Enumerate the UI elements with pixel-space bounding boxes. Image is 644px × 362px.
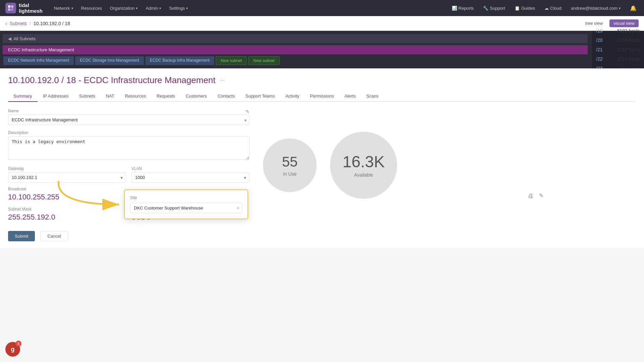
nav-cloud[interactable]: ☁ Cloud bbox=[542, 4, 564, 12]
sidebar-prefix-19: /19 bbox=[596, 28, 602, 34]
breadcrumb-parent[interactable]: Subnets bbox=[10, 21, 27, 26]
action-icons: 🖨 ✎ bbox=[528, 192, 543, 199]
nav-resources[interactable]: Resources bbox=[78, 4, 105, 13]
breadcrumb-separator: / bbox=[30, 21, 31, 26]
tab-ip-addresses[interactable]: IP Addresses bbox=[38, 91, 74, 102]
tree-view-btn[interactable]: tree view bbox=[581, 19, 607, 27]
sidebar-item-21[interactable]: /21 2048 hosts bbox=[592, 46, 644, 54]
name-input[interactable] bbox=[8, 115, 250, 125]
tree-row-all: ◀ All Subnets bbox=[0, 33, 590, 45]
gateway-select[interactable]: 10.100.192.1 bbox=[8, 172, 126, 183]
tab-summary[interactable]: Summary bbox=[8, 91, 38, 102]
tree-row-highlighted: ECDC Infrastructure Management bbox=[0, 45, 590, 55]
stat-available-label: Available bbox=[354, 172, 373, 178]
stat-in-use-number: 55 bbox=[282, 154, 298, 170]
svg-rect-3 bbox=[11, 8, 13, 11]
subnet-all-subnets[interactable]: ◀ All Subnets bbox=[3, 34, 588, 43]
nav-items: Network ▾ Resources Organization ▾ Admin… bbox=[51, 4, 442, 13]
name-edit-icon[interactable]: ✎ bbox=[246, 109, 250, 114]
stat-available: 16.3K Available bbox=[330, 132, 397, 199]
nav-admin[interactable]: Admin ▾ bbox=[142, 4, 164, 13]
sidebar-prefix-21: /21 bbox=[596, 47, 602, 52]
site-popup: Site × bbox=[124, 189, 248, 219]
description-textarea[interactable]: This is a legacy environment bbox=[8, 136, 250, 160]
svg-rect-1 bbox=[11, 5, 13, 8]
cancel-button[interactable]: Cancel bbox=[40, 231, 68, 241]
nav-organization[interactable]: Organization ▾ bbox=[107, 4, 141, 13]
logo-text: tidallightmesh bbox=[19, 2, 43, 14]
nav-bell[interactable]: 🔔 bbox=[628, 4, 639, 13]
site-popup-label: Site bbox=[130, 195, 242, 200]
tab-activity[interactable]: Activity bbox=[280, 91, 305, 102]
tab-alerts[interactable]: Alerts bbox=[339, 91, 361, 102]
summary-right: 55 In Use 16.3K Available bbox=[263, 109, 397, 222]
tab-subnets[interactable]: Subnets bbox=[74, 91, 101, 102]
tab-requests[interactable]: Requests bbox=[151, 91, 180, 102]
back-arrow[interactable]: ‹ bbox=[5, 21, 7, 26]
tab-scans[interactable]: Scans bbox=[361, 91, 384, 102]
page-more-btn[interactable]: ··· bbox=[220, 77, 225, 84]
nav-right: 📊 Reports 🔧 Support 📋 Guides ☁ Cloud and… bbox=[450, 4, 639, 13]
guides-icon: 📋 bbox=[515, 6, 520, 11]
subnet-child-1[interactable]: ECDC Storage Inra Management bbox=[75, 56, 144, 65]
nav-network-chevron: ▾ bbox=[71, 6, 73, 10]
tab-contacts[interactable]: Contacts bbox=[212, 91, 240, 102]
nav-user[interactable]: andrew@tidalcloud.com ▾ bbox=[569, 4, 623, 12]
edit-pencil-icon[interactable]: ✎ bbox=[539, 192, 543, 199]
nav-support[interactable]: 🔧 Support bbox=[481, 4, 507, 12]
stat-in-use: 55 In Use bbox=[263, 138, 317, 192]
cloud-icon: ☁ bbox=[544, 6, 549, 11]
tree-row-children: ECDC Network Infra Management ECDC Stora… bbox=[0, 55, 590, 66]
subnet-highlighted[interactable]: ECDC Infrastructure Management bbox=[3, 45, 588, 54]
nav-settings-chevron: ▾ bbox=[186, 6, 188, 10]
subnet-new-1[interactable]: New subnet bbox=[248, 56, 279, 65]
nav-org-chevron: ▾ bbox=[136, 6, 138, 10]
page-title-text: 10.100.192.0 / 18 - ECDC Infrastructure … bbox=[8, 75, 216, 85]
summary-wrapper: 10.100.192.0 / 18 - ECDC Infrastructure … bbox=[0, 68, 644, 248]
tab-support-teams[interactable]: Support Teams bbox=[240, 91, 280, 102]
sidebar-item-20[interactable]: /20 4096 hosts bbox=[592, 36, 644, 44]
page-header: 10.100.192.0 / 18 - ECDC Infrastructure … bbox=[0, 68, 644, 102]
all-subnets-label: All Subnets bbox=[13, 36, 36, 41]
nav-settings[interactable]: Settings ▾ bbox=[166, 4, 191, 13]
sidebar-item-22[interactable]: /22 1024 hosts bbox=[592, 55, 644, 63]
sidebar-hosts-22: 1024 hosts bbox=[617, 56, 640, 62]
subnet-child-2[interactable]: ECDC Backup Infra Management bbox=[145, 56, 214, 65]
tab-customers[interactable]: Customers bbox=[180, 91, 212, 102]
sidebar-prefix-20: /20 bbox=[596, 38, 602, 43]
tab-nat[interactable]: NAT bbox=[101, 91, 120, 102]
site-input[interactable] bbox=[130, 203, 242, 213]
summary-content: Name ✎ ● Description This is a legacy en… bbox=[0, 102, 644, 228]
reports-icon: 📊 bbox=[452, 6, 457, 11]
nav-guides[interactable]: 📋 Guides bbox=[513, 4, 537, 12]
nav-admin-chevron: ▾ bbox=[159, 6, 161, 10]
tab-permissions[interactable]: Permissions bbox=[305, 91, 339, 102]
logo[interactable]: tidallightmesh bbox=[5, 2, 43, 14]
gateway-select-wrapper: 10.100.192.1 bbox=[8, 172, 126, 183]
name-label: Name bbox=[8, 109, 19, 113]
breadcrumb: ‹ Subnets / 10.100.192.0 / 18 bbox=[5, 21, 70, 26]
all-subnets-icon: ◀ bbox=[8, 36, 11, 41]
mask-col: Subnet Mask 255.255.192.0 bbox=[8, 207, 126, 222]
site-clear-btn[interactable]: × bbox=[237, 205, 239, 211]
site-input-wrapper: × bbox=[130, 203, 242, 213]
tabs: Summary IP Addresses Subnets NAT Resourc… bbox=[8, 91, 636, 102]
nav-reports[interactable]: 📊 Reports bbox=[450, 4, 476, 12]
svg-rect-0 bbox=[8, 5, 10, 8]
visual-view-btn[interactable]: visual view bbox=[609, 19, 639, 27]
subnet-child-0[interactable]: ECDC Network Infra Management bbox=[3, 56, 74, 65]
submit-button[interactable]: Submit bbox=[8, 231, 35, 241]
tab-resources[interactable]: Resources bbox=[120, 91, 151, 102]
mask-value: 255.255.192.0 bbox=[8, 213, 126, 222]
vlan-select[interactable]: 1000 bbox=[131, 172, 250, 183]
breadcrumb-current: 10.100.192.0 / 18 bbox=[34, 21, 70, 26]
print-icon[interactable]: 🖨 bbox=[528, 192, 534, 199]
sidebar-item-19[interactable]: /19 8192 hosts bbox=[592, 27, 644, 35]
nav-network[interactable]: Network ▾ bbox=[51, 4, 76, 13]
subnet-new-0[interactable]: New subnet bbox=[216, 56, 247, 65]
vlan-label: VLAN bbox=[131, 166, 250, 171]
view-switcher: tree view visual view bbox=[581, 19, 639, 27]
svg-rect-2 bbox=[8, 8, 10, 11]
vlan-col: VLAN 1000 bbox=[131, 166, 250, 183]
name-group: Name ✎ ● bbox=[8, 109, 250, 125]
